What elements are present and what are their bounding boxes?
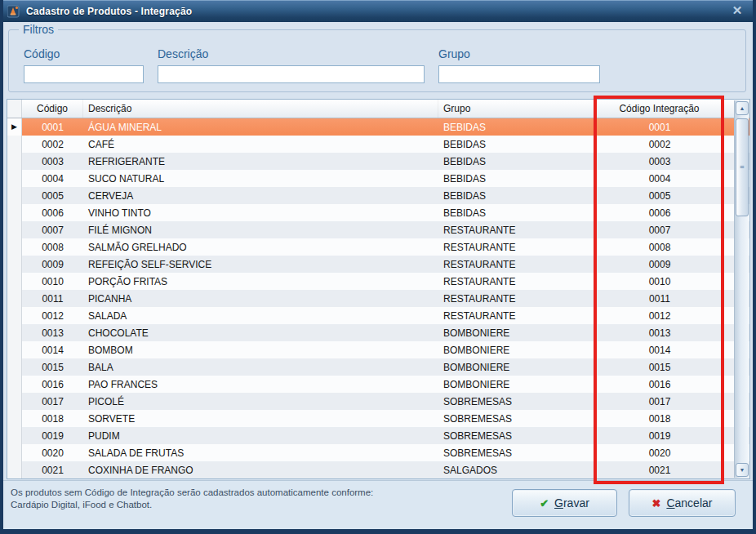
cell-descricao: SUCO NATURAL [83,170,438,187]
cell-grupo: RESTAURANTE [438,290,597,307]
cell-descricao: BOMBOM [83,341,438,358]
header-codigo[interactable]: Código [22,100,83,118]
table-row[interactable]: 0003 REFRIGERANTE BEBIDAS 0003 [7,153,749,170]
vertical-scrollbar[interactable]: ▲ = ▼ [734,100,749,478]
cell-descricao: CHOCOLATE [83,324,438,341]
table-row[interactable]: 0021 COXINHA DE FRANGO SALGADOS 0021 [7,461,749,478]
row-selector-cell [7,427,22,444]
filter-codigo-label: Código [24,47,60,60]
cell-codigo: 0001 [22,118,83,136]
footer-note-line2: Cardápio Digital, iFood e Chatbot. [11,499,373,511]
cell-codigo-integracao: 0008 [597,238,723,256]
table-row[interactable]: 0019 PUDIM SOBREMESAS 0019 [7,427,749,444]
table-row[interactable]: 0005 CERVEJA BEBIDAS 0005 [7,187,749,204]
cell-grupo: RESTAURANTE [438,221,597,238]
cell-codigo: 0019 [22,427,83,444]
cell-codigo: 0008 [22,238,83,256]
scroll-down-icon[interactable]: ▼ [736,463,749,477]
cell-codigo: 0007 [22,221,83,238]
table-row[interactable]: 0020 SALADA DE FRUTAS SOBREMESAS 0020 [7,444,749,461]
cancel-button-label: Cancelar [666,496,712,510]
row-selector-cell [7,153,22,170]
row-selector-cell [7,238,22,256]
row-selector-cell [7,324,22,341]
cell-codigo: 0017 [22,393,83,410]
header-selector-cell [7,100,22,118]
cell-codigo: 0004 [22,170,83,187]
x-icon: ✖ [652,498,661,509]
row-selector-arrow: ▶ [11,123,17,131]
row-selector-cell [7,221,22,238]
table-row[interactable]: 0013 CHOCOLATE BOMBONIERE 0013 [7,324,749,341]
cell-descricao: VINHO TINTO [83,204,438,221]
save-button[interactable]: ✔ Gravar [512,489,617,517]
cell-grupo: RESTAURANTE [438,256,597,273]
filter-codigo-input[interactable] [24,65,144,83]
table-row[interactable]: 0014 BOMBOM BOMBONIERE 0014 [7,341,749,358]
cell-descricao: PUDIM [83,427,438,444]
cell-descricao: CERVEJA [83,187,438,204]
row-selector-cell [7,273,22,290]
table-row[interactable]: 0012 SALADA RESTAURANTE 0012 [7,307,749,324]
table-row[interactable]: 0002 CAFÉ BEBIDAS 0002 [7,136,749,153]
cell-codigo-integracao: 0016 [597,376,723,393]
app-icon [7,5,20,18]
table-row[interactable]: 0010 PORÇÃO FRITAS RESTAURANTE 0010 [7,273,749,290]
row-selector-cell [7,187,22,204]
cell-codigo: 0002 [22,136,83,153]
row-selector-cell [7,376,22,393]
table-row[interactable]: 0004 SUCO NATURAL BEBIDAS 0004 [7,170,749,187]
cell-codigo-integracao: 0019 [597,427,723,444]
cell-descricao: ÁGUA MINERAL [83,118,438,136]
cell-descricao: REFEIÇÃO SELF-SERVICE [83,256,438,273]
close-icon[interactable]: ✕ [729,2,745,19]
cell-codigo: 0011 [22,290,83,307]
dialog-window: Cadastro de Produtos - Integração ✕ Filt… [0,0,756,534]
header-codigo-integracao[interactable]: Código Integração [597,100,723,118]
table-row[interactable]: 0008 SALMÃO GRELHADO RESTAURANTE 0008 [7,238,749,256]
cell-descricao: CAFÉ [83,136,438,153]
table-header-row: Código Descrição Grupo Código Integração [7,100,749,118]
header-grupo[interactable]: Grupo [438,100,597,118]
cell-codigo: 0012 [22,307,83,324]
cell-codigo-integracao: 0003 [597,153,723,170]
cell-grupo: BEBIDAS [438,187,597,204]
table-row[interactable]: 0015 BALA BOMBONIERE 0015 [7,358,749,376]
table-row[interactable]: 0007 FILÉ MIGNON RESTAURANTE 0007 [7,221,749,238]
row-selector-cell [7,358,22,376]
cell-grupo: SALGADOS [438,461,597,478]
cell-grupo: BOMBONIERE [438,341,597,358]
cell-codigo: 0010 [22,273,83,290]
cell-grupo: RESTAURANTE [438,273,597,290]
table-row[interactable]: 0017 PICOLÉ SOBREMESAS 0017 [7,393,749,410]
cell-grupo: RESTAURANTE [438,307,597,324]
cell-grupo: BEBIDAS [438,153,597,170]
table-row[interactable]: ▶ 0001 ÁGUA MINERAL BEBIDAS 0001 [7,118,749,136]
row-selector-cell [7,393,22,410]
table-row[interactable]: 0016 PAO FRANCES BOMBONIERE 0016 [7,376,749,393]
cell-codigo: 0020 [22,444,83,461]
cell-codigo-integracao: 0006 [597,204,723,221]
scroll-up-icon[interactable]: ▲ [736,101,749,115]
filter-grupo-input[interactable] [438,65,600,83]
cell-descricao: FILÉ MIGNON [83,221,438,238]
cell-codigo-integracao: 0020 [597,444,723,461]
table-row[interactable]: 0011 PICANHA RESTAURANTE 0011 [7,290,749,307]
cell-codigo: 0015 [22,358,83,376]
cancel-button[interactable]: ✖ Cancelar [629,489,736,517]
cell-codigo-integracao: 0014 [597,341,723,358]
filter-descricao-label: Descrição [158,47,208,60]
cell-codigo: 0006 [22,204,83,221]
row-selector-cell [7,136,22,153]
cell-codigo-integracao: 0018 [597,410,723,427]
table-row[interactable]: 0018 SORVETE SOBREMESAS 0018 [7,410,749,427]
cell-grupo: SOBREMESAS [438,393,597,410]
table-row[interactable]: 0006 VINHO TINTO BEBIDAS 0006 [7,204,749,221]
scrollbar-thumb[interactable]: = [736,118,749,216]
table-row[interactable]: 0009 REFEIÇÃO SELF-SERVICE RESTAURANTE 0… [7,256,749,273]
header-descricao[interactable]: Descrição [83,100,438,118]
cell-grupo: SOBREMESAS [438,410,597,427]
cell-grupo: BOMBONIERE [438,358,597,376]
filter-descricao-input[interactable] [158,65,425,83]
cell-codigo-integracao: 0012 [597,307,723,324]
